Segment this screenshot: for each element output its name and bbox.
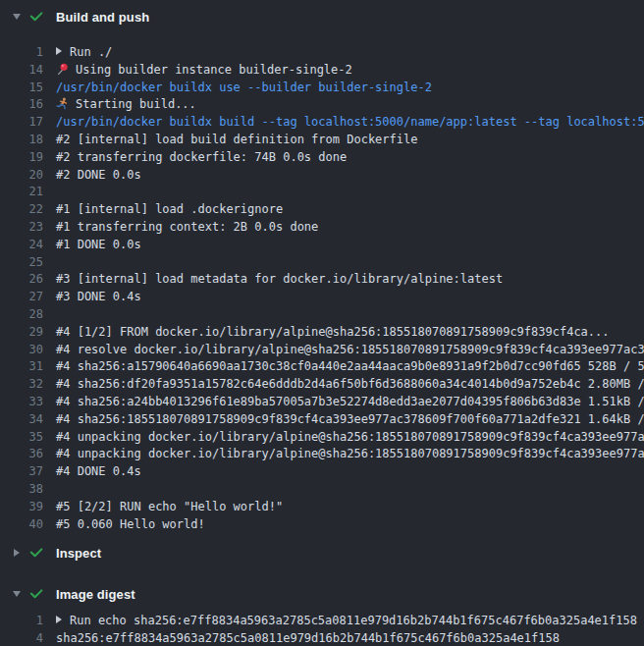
log-text-content: #2 DONE 0.0s — [56, 168, 141, 182]
log-text: #4 unpacking docker.io/library/alpine@sh… — [56, 429, 644, 447]
line-number[interactable]: 26 — [16, 271, 43, 289]
line-number[interactable]: 1 — [16, 613, 43, 630]
log-text: #5 [2/2] RUN echo "Hello world!" — [56, 499, 283, 516]
line-number[interactable]: 31 — [16, 358, 43, 376]
log-line: 21 — [0, 184, 644, 201]
line-number[interactable]: 25 — [16, 254, 43, 272]
log-text-content: #1 [internal] load .dockerignore — [56, 202, 283, 216]
log-text: #2 [internal] load build definition from… — [56, 132, 417, 149]
log-line: 32#4 sha256:df20fa9351a15782c64e6dddb2d4… — [0, 376, 644, 394]
log-line: 37#4 DONE 0.4s — [0, 463, 644, 481]
step-header-image-digest[interactable]: Image digest — [0, 578, 644, 610]
log-text-content: /usr/bin/docker buildx build --tag local… — [56, 115, 644, 129]
line-number[interactable]: 18 — [16, 132, 43, 149]
line-number[interactable]: 37 — [16, 463, 43, 481]
log-line: 19#2 transferring dockerfile: 74B 0.0s d… — [0, 149, 644, 167]
log-text-content: #4 unpacking docker.io/library/alpine@sh… — [56, 447, 644, 460]
command-group-line[interactable]: Run ./ — [56, 44, 112, 62]
log-text-content: sha256:e7ff8834a5963a2785c5a0811e979d16b… — [56, 631, 560, 645]
line-number[interactable]: 15 — [16, 80, 43, 97]
log-text-content: #2 transferring dockerfile: 74B 0.0s don… — [56, 150, 347, 164]
line-number[interactable]: 1 — [16, 44, 43, 62]
log-line: 23#1 transferring context: 2B 0.0s done — [0, 219, 644, 237]
log-text-content: Run ./ — [70, 45, 112, 59]
log-text-content: #3 DONE 0.4s — [56, 290, 141, 303]
log-text: #1 [internal] load .dockerignore — [56, 201, 283, 219]
line-number[interactable]: 39 — [16, 499, 43, 516]
log-text-content: #1 transferring context: 2B 0.0s done — [56, 220, 318, 234]
line-number[interactable]: 29 — [16, 324, 43, 342]
log-text-content: #4 unpacking docker.io/library/alpine@sh… — [56, 430, 644, 444]
step-title: Image digest — [56, 587, 135, 602]
log-line: 1Run echo sha256:e7ff8834a5963a2785c5a08… — [0, 613, 644, 630]
step-title: Build and push — [56, 10, 149, 25]
log-text: #4 DONE 0.4s — [56, 463, 141, 481]
log-line: 39#5 [2/2] RUN echo "Hello world!" — [0, 499, 644, 516]
runner-icon — [56, 97, 69, 110]
success-check-icon — [28, 586, 44, 602]
log-line: 18#2 [internal] load build definition fr… — [0, 132, 644, 149]
log-text-content: #4 sha256:a24bb4013296f61e89ba57005a7b3e… — [56, 395, 644, 408]
log-line: 20#2 DONE 0.0s — [0, 167, 644, 185]
step-header-inspect[interactable]: Inspect — [0, 537, 644, 568]
log-text: #4 sha256:185518070891758909c9f839cf4ca3… — [56, 411, 644, 429]
log-line: 22#1 [internal] load .dockerignore — [0, 201, 644, 219]
line-number[interactable]: 14 — [16, 62, 43, 80]
log-text: #3 DONE 0.4s — [56, 289, 141, 306]
log-text-content: #4 resolve docker.io/library/alpine@sha2… — [56, 343, 644, 356]
line-number[interactable]: 35 — [16, 429, 43, 447]
chevron-right-icon — [9, 549, 24, 557]
line-number[interactable]: 20 — [16, 167, 43, 185]
pushpin-icon — [56, 63, 69, 76]
log-text-content: #5 [2/2] RUN echo "Hello world!" — [56, 500, 283, 513]
line-number[interactable]: 33 — [16, 394, 43, 411]
line-number[interactable]: 4 — [16, 630, 43, 646]
log-text: #4 sha256:a15790640a6690aa1730c38cf0a440… — [56, 358, 644, 376]
line-number[interactable]: 16 — [16, 96, 43, 114]
log-step-inspect: Inspect — [0, 537, 644, 568]
log-line: 36#4 unpacking docker.io/library/alpine@… — [0, 446, 644, 463]
log-line: 34#4 sha256:185518070891758909c9f839cf4c… — [0, 411, 644, 429]
line-number[interactable]: 30 — [16, 342, 43, 359]
log-text-content: #4 DONE 0.4s — [56, 464, 141, 478]
line-number[interactable]: 22 — [16, 201, 43, 219]
command-group-line[interactable]: Run echo sha256:e7ff8834a5963a2785c5a081… — [56, 613, 637, 630]
log-text: #1 DONE 0.0s — [56, 237, 141, 254]
log-text: #4 sha256:df20fa9351a15782c64e6dddb2d4a6… — [56, 376, 644, 394]
log-text: #2 DONE 0.0s — [56, 167, 141, 185]
step-header-build-and-push[interactable]: Build and push — [0, 0, 644, 33]
log-line: 31#4 sha256:a15790640a6690aa1730c38cf0a4… — [0, 358, 644, 376]
line-number[interactable]: 24 — [16, 237, 43, 254]
log-text-content: Using builder instance builder-single-2 — [76, 63, 352, 77]
line-number[interactable]: 23 — [16, 219, 43, 237]
success-check-icon — [28, 545, 44, 561]
log-text-content: #4 [1/2] FROM docker.io/library/alpine@s… — [56, 325, 610, 339]
line-number[interactable]: 28 — [16, 306, 43, 324]
line-number[interactable]: 40 — [16, 516, 43, 534]
line-number[interactable]: 38 — [16, 481, 43, 499]
log-text-content: Run echo sha256:e7ff8834a5963a2785c5a081… — [70, 614, 637, 627]
log-text-content: #5 0.060 Hello world! — [56, 517, 205, 531]
line-number[interactable]: 36 — [16, 446, 43, 463]
log-line: 24#1 DONE 0.0s — [0, 237, 644, 254]
log-line: 17/usr/bin/docker buildx build --tag loc… — [0, 114, 644, 132]
line-number[interactable]: 34 — [16, 411, 43, 429]
line-number[interactable]: 32 — [16, 376, 43, 394]
log-text-content: #4 sha256:185518070891758909c9f839cf4ca3… — [56, 412, 644, 426]
log-text-content: Starting build... — [76, 97, 196, 111]
log-text-content: #4 sha256:df20fa9351a15782c64e6dddb2d4a6… — [56, 377, 644, 391]
log-text: /usr/bin/docker buildx use --builder bui… — [56, 80, 432, 97]
log-line: 29#4 [1/2] FROM docker.io/library/alpine… — [0, 324, 644, 342]
log-line: 4sha256:e7ff8834a5963a2785c5a0811e979d16… — [0, 630, 644, 646]
line-number[interactable]: 21 — [16, 184, 43, 201]
success-check-icon — [28, 9, 44, 25]
line-number[interactable]: 17 — [16, 114, 43, 132]
line-number[interactable]: 27 — [16, 289, 43, 306]
log-line: 27#3 DONE 0.4s — [0, 289, 644, 306]
log-text-content: #2 [internal] load build definition from… — [56, 133, 417, 146]
log-text: #4 sha256:a24bb4013296f61e89ba57005a7b3e… — [56, 394, 644, 411]
log-text-content: #1 DONE 0.0s — [56, 238, 141, 251]
log-text: Starting build... — [56, 96, 196, 114]
line-number[interactable]: 19 — [16, 149, 43, 167]
log-text: #2 transferring dockerfile: 74B 0.0s don… — [56, 149, 347, 167]
